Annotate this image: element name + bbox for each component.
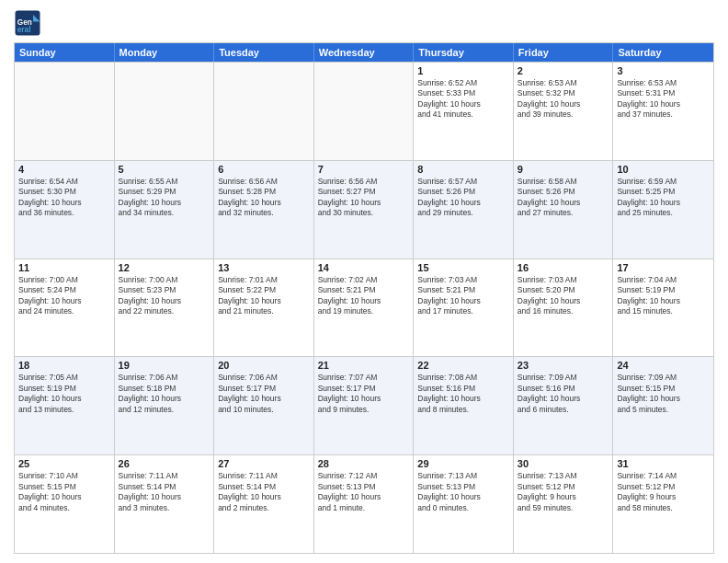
cal-cell-r0-c6: 3Sunrise: 6:53 AMSunset: 5:31 PMDaylight… <box>613 63 713 160</box>
col-header-thursday: Thursday <box>414 43 514 62</box>
day-number: 31 <box>617 458 710 469</box>
cell-text-line: and 17 minutes. <box>417 306 509 316</box>
cell-text-line: Sunrise: 7:02 AM <box>318 275 410 285</box>
cell-text-line: Sunset: 5:12 PM <box>617 482 710 492</box>
cell-text-line: and 3 minutes. <box>119 503 210 513</box>
day-number: 26 <box>119 458 210 469</box>
calendar-row-2: 11Sunrise: 7:00 AMSunset: 5:24 PMDayligh… <box>15 259 713 357</box>
calendar-row-0: 1Sunrise: 6:52 AMSunset: 5:33 PMDaylight… <box>15 62 713 160</box>
cell-text-line: and 4 minutes. <box>18 503 110 513</box>
cal-cell-r2-c4: 15Sunrise: 7:03 AMSunset: 5:21 PMDayligh… <box>414 259 514 357</box>
cell-text-line: Sunrise: 7:03 AM <box>417 275 509 285</box>
col-header-tuesday: Tuesday <box>214 43 314 62</box>
day-number: 19 <box>119 360 210 371</box>
day-number: 15 <box>417 262 509 273</box>
cell-text-line: Daylight: 10 hours <box>119 394 210 404</box>
day-number: 18 <box>18 360 110 371</box>
cell-text-line: Daylight: 10 hours <box>18 492 110 502</box>
day-number: 6 <box>218 164 310 175</box>
day-number: 23 <box>518 360 609 371</box>
cell-text-line: Sunset: 5:29 PM <box>119 187 210 197</box>
cell-text-line: Sunrise: 7:09 AM <box>518 373 609 383</box>
cell-text-line: Sunrise: 7:00 AM <box>18 275 110 285</box>
cal-cell-r0-c2 <box>214 63 314 160</box>
cell-text-line: Sunrise: 6:54 AM <box>18 177 110 187</box>
cell-text-line: and 0 minutes. <box>417 503 509 513</box>
cell-text-line: and 21 minutes. <box>218 306 310 316</box>
cell-text-line: Daylight: 10 hours <box>518 394 609 404</box>
cell-text-line: and 2 minutes. <box>218 503 310 513</box>
cell-text-line: Sunset: 5:16 PM <box>417 384 509 394</box>
cell-text-line: Sunrise: 7:12 AM <box>318 471 410 481</box>
cell-text-line: Sunset: 5:33 PM <box>417 88 509 98</box>
col-header-monday: Monday <box>115 43 215 62</box>
cell-text-line: Sunrise: 7:10 AM <box>18 471 110 481</box>
cell-text-line: Daylight: 10 hours <box>318 394 410 404</box>
cell-text-line: Sunset: 5:15 PM <box>18 482 110 492</box>
cell-text-line: Daylight: 9 hours <box>617 492 710 502</box>
cell-text-line: Sunset: 5:15 PM <box>617 384 710 394</box>
cell-text-line: and 30 minutes. <box>318 208 410 218</box>
cell-text-line: Sunrise: 7:13 AM <box>417 471 509 481</box>
cell-text-line: Daylight: 10 hours <box>518 198 609 208</box>
cell-text-line: and 29 minutes. <box>417 208 509 218</box>
cell-text-line: and 8 minutes. <box>417 405 509 415</box>
day-number: 10 <box>617 164 710 175</box>
cell-text-line: Sunrise: 7:06 AM <box>218 373 310 383</box>
cell-text-line: Daylight: 10 hours <box>617 99 710 109</box>
cal-cell-r3-c0: 18Sunrise: 7:05 AMSunset: 5:19 PMDayligh… <box>15 357 115 454</box>
cell-text-line: Daylight: 10 hours <box>18 198 110 208</box>
cell-text-line: Sunrise: 6:56 AM <box>218 177 310 187</box>
cell-text-line: and 25 minutes. <box>617 208 710 218</box>
cell-text-line: Sunset: 5:21 PM <box>318 285 410 295</box>
cal-cell-r1-c4: 8Sunrise: 6:57 AMSunset: 5:26 PMDaylight… <box>414 161 514 259</box>
cal-cell-r3-c6: 24Sunrise: 7:09 AMSunset: 5:15 PMDayligh… <box>613 357 713 454</box>
cal-cell-r1-c6: 10Sunrise: 6:59 AMSunset: 5:25 PMDayligh… <box>613 161 713 259</box>
day-number: 17 <box>617 262 710 273</box>
day-number: 30 <box>518 458 609 469</box>
cal-cell-r1-c0: 4Sunrise: 6:54 AMSunset: 5:30 PMDaylight… <box>15 161 115 259</box>
day-number: 22 <box>417 360 509 371</box>
cal-cell-r4-c2: 27Sunrise: 7:11 AMSunset: 5:14 PMDayligh… <box>214 455 314 553</box>
cell-text-line: Sunrise: 7:03 AM <box>518 275 609 285</box>
header: Gen eral <box>14 9 714 37</box>
cal-cell-r2-c0: 11Sunrise: 7:00 AMSunset: 5:24 PMDayligh… <box>15 259 115 357</box>
cell-text-line: and 58 minutes. <box>617 503 710 513</box>
cell-text-line: Sunrise: 6:59 AM <box>617 177 710 187</box>
day-number: 20 <box>218 360 310 371</box>
svg-text:eral: eral <box>17 26 31 34</box>
calendar-row-1: 4Sunrise: 6:54 AMSunset: 5:30 PMDaylight… <box>15 160 713 259</box>
cell-text-line: Sunset: 5:30 PM <box>18 187 110 197</box>
cell-text-line: and 36 minutes. <box>18 208 110 218</box>
cell-text-line: Daylight: 10 hours <box>617 198 710 208</box>
calendar-row-3: 18Sunrise: 7:05 AMSunset: 5:19 PMDayligh… <box>15 356 713 454</box>
cell-text-line: Sunset: 5:17 PM <box>318 384 410 394</box>
cal-cell-r1-c3: 7Sunrise: 6:56 AMSunset: 5:27 PMDaylight… <box>314 161 415 259</box>
cell-text-line: Sunrise: 7:11 AM <box>218 471 310 481</box>
cell-text-line: and 9 minutes. <box>318 405 410 415</box>
cal-cell-r2-c2: 13Sunrise: 7:01 AMSunset: 5:22 PMDayligh… <box>214 259 314 357</box>
cal-cell-r1-c1: 5Sunrise: 6:55 AMSunset: 5:29 PMDaylight… <box>115 161 215 259</box>
cell-text-line: Sunset: 5:26 PM <box>518 187 609 197</box>
cell-text-line: and 15 minutes. <box>617 306 710 316</box>
logo: Gen eral <box>14 9 45 37</box>
cell-text-line: and 16 minutes. <box>518 306 609 316</box>
cal-cell-r2-c6: 17Sunrise: 7:04 AMSunset: 5:19 PMDayligh… <box>613 259 713 357</box>
cal-cell-r2-c5: 16Sunrise: 7:03 AMSunset: 5:20 PMDayligh… <box>514 259 614 357</box>
cell-text-line: Daylight: 10 hours <box>417 296 509 306</box>
cell-text-line: Daylight: 10 hours <box>318 296 410 306</box>
cal-cell-r3-c2: 20Sunrise: 7:06 AMSunset: 5:17 PMDayligh… <box>214 357 314 454</box>
cell-text-line: Sunrise: 7:00 AM <box>119 275 210 285</box>
cell-text-line: and 5 minutes. <box>617 405 710 415</box>
cell-text-line: and 39 minutes. <box>518 109 609 120</box>
cal-cell-r0-c5: 2Sunrise: 6:53 AMSunset: 5:32 PMDaylight… <box>514 63 614 160</box>
calendar-body: 1Sunrise: 6:52 AMSunset: 5:33 PMDaylight… <box>15 62 713 553</box>
day-number: 27 <box>218 458 310 469</box>
day-number: 5 <box>119 164 210 175</box>
cell-text-line: Sunset: 5:23 PM <box>119 285 210 295</box>
day-number: 12 <box>119 262 210 273</box>
cell-text-line: and 34 minutes. <box>119 208 210 218</box>
cell-text-line: Daylight: 10 hours <box>417 394 509 404</box>
day-number: 7 <box>318 164 410 175</box>
cell-text-line: Sunrise: 7:13 AM <box>518 471 609 481</box>
